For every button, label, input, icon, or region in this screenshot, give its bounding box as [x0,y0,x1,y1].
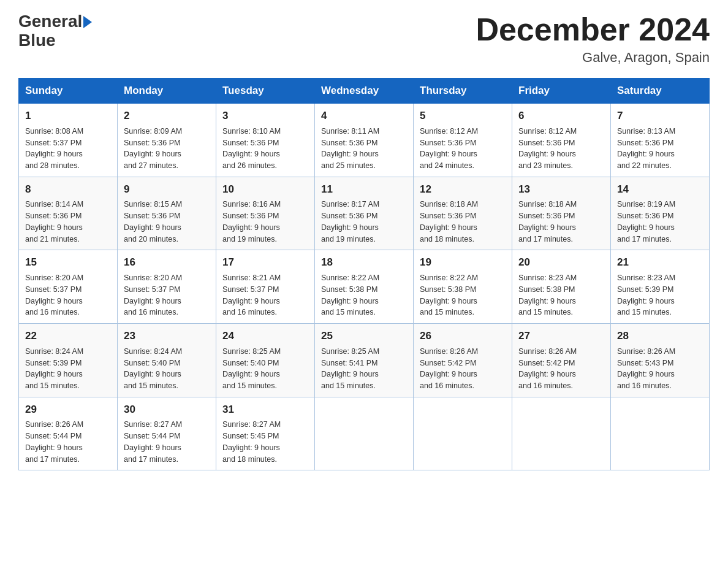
day-cell [315,397,414,470]
day-cell: 3Sunrise: 8:10 AMSunset: 5:36 PMDaylight… [216,104,315,177]
day-number: 6 [518,109,604,124]
day-number: 19 [420,255,506,270]
day-cell: 2Sunrise: 8:09 AMSunset: 5:36 PMDaylight… [118,104,216,177]
day-cell: 10Sunrise: 8:16 AMSunset: 5:36 PMDayligh… [216,177,315,250]
day-info: Sunrise: 8:18 AMSunset: 5:36 PMDaylight:… [420,199,506,245]
header-row: SundayMondayTuesdayWednesdayThursdayFrid… [19,79,710,104]
day-number: 5 [420,109,506,124]
day-cell: 1Sunrise: 8:08 AMSunset: 5:37 PMDaylight… [19,104,118,177]
day-cell: 20Sunrise: 8:23 AMSunset: 5:38 PMDayligh… [512,250,611,324]
header-day-wednesday: Wednesday [315,79,414,104]
day-number: 22 [25,329,111,344]
calendar-table: SundayMondayTuesdayWednesdayThursdayFrid… [18,78,710,470]
header-day-tuesday: Tuesday [216,79,315,104]
day-info: Sunrise: 8:26 AMSunset: 5:43 PMDaylight:… [617,346,703,392]
day-cell: 15Sunrise: 8:20 AMSunset: 5:37 PMDayligh… [19,250,118,324]
day-cell: 27Sunrise: 8:26 AMSunset: 5:42 PMDayligh… [512,324,611,397]
day-number: 26 [420,329,506,344]
day-info: Sunrise: 8:25 AMSunset: 5:40 PMDaylight:… [222,346,308,392]
day-info: Sunrise: 8:15 AMSunset: 5:36 PMDaylight:… [124,199,210,245]
day-info: Sunrise: 8:08 AMSunset: 5:37 PMDaylight:… [25,126,111,172]
page-header: General Blue December 2024 Galve, Aragon… [18,12,710,66]
week-row-2: 8Sunrise: 8:14 AMSunset: 5:36 PMDaylight… [19,177,710,250]
day-number: 12 [420,182,506,197]
logo-general: General [18,12,82,31]
day-info: Sunrise: 8:14 AMSunset: 5:36 PMDaylight:… [25,199,111,245]
day-cell: 18Sunrise: 8:22 AMSunset: 5:38 PMDayligh… [315,250,414,324]
day-info: Sunrise: 8:24 AMSunset: 5:39 PMDaylight:… [25,346,111,392]
day-number: 1 [25,109,111,124]
day-info: Sunrise: 8:13 AMSunset: 5:36 PMDaylight:… [617,126,703,172]
day-info: Sunrise: 8:26 AMSunset: 5:42 PMDaylight:… [518,346,604,392]
week-row-1: 1Sunrise: 8:08 AMSunset: 5:37 PMDaylight… [19,104,710,177]
logo: General Blue [18,12,92,50]
day-number: 24 [222,329,308,344]
day-info: Sunrise: 8:23 AMSunset: 5:39 PMDaylight:… [617,272,703,318]
day-cell: 22Sunrise: 8:24 AMSunset: 5:39 PMDayligh… [19,324,118,397]
day-number: 11 [321,182,407,197]
day-number: 10 [222,182,308,197]
day-cell: 30Sunrise: 8:27 AMSunset: 5:44 PMDayligh… [118,397,216,470]
day-info: Sunrise: 8:24 AMSunset: 5:40 PMDaylight:… [124,346,210,392]
day-info: Sunrise: 8:21 AMSunset: 5:37 PMDaylight:… [222,272,308,318]
day-cell: 9Sunrise: 8:15 AMSunset: 5:36 PMDaylight… [118,177,216,250]
day-info: Sunrise: 8:10 AMSunset: 5:36 PMDaylight:… [222,126,308,172]
header-day-thursday: Thursday [414,79,512,104]
day-number: 7 [617,109,703,124]
day-cell: 7Sunrise: 8:13 AMSunset: 5:36 PMDaylight… [611,104,710,177]
location: Galve, Aragon, Spain [476,50,710,66]
day-info: Sunrise: 8:18 AMSunset: 5:36 PMDaylight:… [518,199,604,245]
day-number: 28 [617,329,703,344]
header-day-sunday: Sunday [19,79,118,104]
day-cell: 31Sunrise: 8:27 AMSunset: 5:45 PMDayligh… [216,397,315,470]
day-number: 17 [222,255,308,270]
day-info: Sunrise: 8:25 AMSunset: 5:41 PMDaylight:… [321,346,407,392]
day-cell: 13Sunrise: 8:18 AMSunset: 5:36 PMDayligh… [512,177,611,250]
day-number: 25 [321,329,407,344]
day-number: 15 [25,255,111,270]
day-number: 8 [25,182,111,197]
day-cell: 23Sunrise: 8:24 AMSunset: 5:40 PMDayligh… [118,324,216,397]
day-info: Sunrise: 8:16 AMSunset: 5:36 PMDaylight:… [222,199,308,245]
calendar-body: 1Sunrise: 8:08 AMSunset: 5:37 PMDaylight… [19,104,710,470]
day-info: Sunrise: 8:09 AMSunset: 5:36 PMDaylight:… [124,126,210,172]
day-info: Sunrise: 8:20 AMSunset: 5:37 PMDaylight:… [124,272,210,318]
day-cell: 6Sunrise: 8:12 AMSunset: 5:36 PMDaylight… [512,104,611,177]
day-info: Sunrise: 8:22 AMSunset: 5:38 PMDaylight:… [321,272,407,318]
day-number: 13 [518,182,604,197]
day-number: 27 [518,329,604,344]
day-info: Sunrise: 8:27 AMSunset: 5:44 PMDaylight:… [124,419,210,465]
day-cell: 8Sunrise: 8:14 AMSunset: 5:36 PMDaylight… [19,177,118,250]
header-day-friday: Friday [512,79,611,104]
day-cell: 19Sunrise: 8:22 AMSunset: 5:38 PMDayligh… [414,250,512,324]
day-cell: 11Sunrise: 8:17 AMSunset: 5:36 PMDayligh… [315,177,414,250]
day-info: Sunrise: 8:19 AMSunset: 5:36 PMDaylight:… [617,199,703,245]
week-row-5: 29Sunrise: 8:26 AMSunset: 5:44 PMDayligh… [19,397,710,470]
day-info: Sunrise: 8:17 AMSunset: 5:36 PMDaylight:… [321,199,407,245]
day-cell: 29Sunrise: 8:26 AMSunset: 5:44 PMDayligh… [19,397,118,470]
day-number: 31 [222,402,308,418]
day-number: 9 [124,182,210,197]
day-cell: 25Sunrise: 8:25 AMSunset: 5:41 PMDayligh… [315,324,414,397]
day-number: 23 [124,329,210,344]
day-cell: 4Sunrise: 8:11 AMSunset: 5:36 PMDaylight… [315,104,414,177]
day-info: Sunrise: 8:22 AMSunset: 5:38 PMDaylight:… [420,272,506,318]
title-block: December 2024 Galve, Aragon, Spain [476,12,710,66]
day-cell [512,397,611,470]
day-cell: 5Sunrise: 8:12 AMSunset: 5:36 PMDaylight… [414,104,512,177]
day-cell: 17Sunrise: 8:21 AMSunset: 5:37 PMDayligh… [216,250,315,324]
header-day-monday: Monday [118,79,216,104]
month-title: December 2024 [476,12,710,47]
day-info: Sunrise: 8:23 AMSunset: 5:38 PMDaylight:… [518,272,604,318]
day-number: 2 [124,109,210,124]
day-info: Sunrise: 8:26 AMSunset: 5:42 PMDaylight:… [420,346,506,392]
day-info: Sunrise: 8:12 AMSunset: 5:36 PMDaylight:… [518,126,604,172]
day-cell [611,397,710,470]
day-number: 4 [321,109,407,124]
day-number: 29 [25,402,111,418]
day-cell: 28Sunrise: 8:26 AMSunset: 5:43 PMDayligh… [611,324,710,397]
day-info: Sunrise: 8:20 AMSunset: 5:37 PMDaylight:… [25,272,111,318]
day-number: 18 [321,255,407,270]
day-number: 20 [518,255,604,270]
day-cell: 26Sunrise: 8:26 AMSunset: 5:42 PMDayligh… [414,324,512,397]
